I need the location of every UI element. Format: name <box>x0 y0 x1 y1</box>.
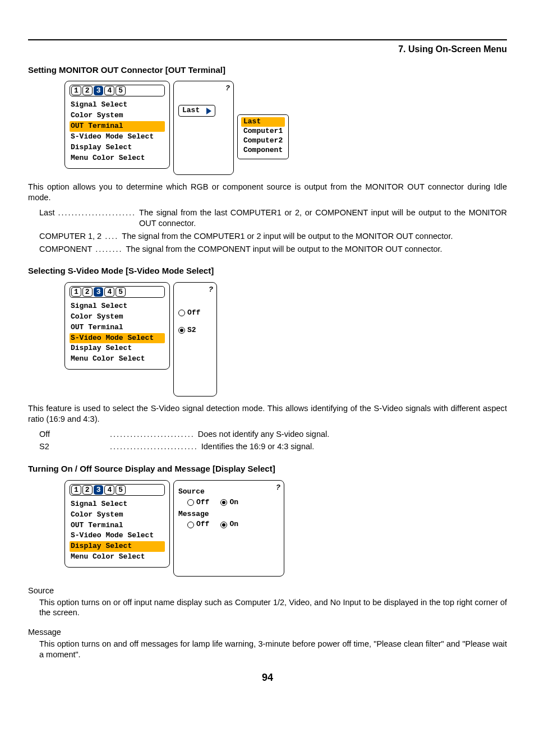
def-term: Last <box>39 208 58 218</box>
sub-desc: This option turns on and off messages fo… <box>39 639 507 660</box>
radio-icon <box>178 310 185 316</box>
def-val: Does not identify any S-video signal. <box>198 429 507 440</box>
osd-radio[interactable]: Off <box>187 520 209 529</box>
osd-tabs: 1 2 3 4 5 <box>70 85 165 96</box>
def-dots: ........ <box>95 244 126 255</box>
def-term: S2 <box>39 441 110 452</box>
osd-item[interactable]: OUT Terminal <box>70 520 165 531</box>
section-title-svideo: Selecting S-Video Mode [S-Video Mode Sel… <box>28 265 524 276</box>
section-title-display-select: Turning On / Off Source Display and Mess… <box>28 463 524 474</box>
osd-tab[interactable]: 2 <box>82 287 93 297</box>
osd-item[interactable]: Menu Color Select <box>70 354 165 365</box>
osd-radio[interactable]: S2 <box>178 326 212 335</box>
osd-tab[interactable]: 1 <box>71 287 81 297</box>
help-icon[interactable]: ? <box>276 483 280 492</box>
triangle-right-icon <box>206 108 211 114</box>
osd-tab[interactable]: 2 <box>82 485 93 495</box>
help-icon[interactable]: ? <box>209 285 213 294</box>
osd-tab[interactable]: 4 <box>104 86 114 95</box>
osd-item[interactable]: S-Video Mode Select <box>70 333 165 344</box>
osd-item[interactable]: Display Select <box>70 343 165 354</box>
osd-tab[interactable]: 1 <box>71 485 81 495</box>
help-icon[interactable]: ? <box>225 84 230 93</box>
def-val: The signal from the last COMPUTER1 or 2,… <box>139 208 507 229</box>
sub-desc: This option turns on or off input name d… <box>39 597 507 619</box>
radio-label: On <box>229 520 238 529</box>
osd-item[interactable]: OUT Terminal <box>70 121 165 132</box>
sub-heading: Message <box>28 627 524 638</box>
radio-label: Off <box>187 308 200 318</box>
def-val: The signal from the COMPONENT input will… <box>126 244 507 255</box>
osd-option[interactable]: Last <box>241 117 285 127</box>
radio-label: Off <box>196 498 209 508</box>
section-intro: This option allows you to determine whic… <box>28 182 507 203</box>
osd-value-field[interactable]: Last <box>178 105 215 117</box>
osd-item[interactable]: Color System <box>70 110 165 121</box>
osd-radio[interactable]: Off <box>187 498 209 508</box>
osd-tabs: 1 2 3 4 5 <box>70 484 165 496</box>
def-term: Off <box>39 429 110 440</box>
osd-tab[interactable]: 3 <box>94 86 104 95</box>
section-title-out-terminal: Setting MONITOR OUT Connector [OUT Termi… <box>28 64 524 76</box>
osd-tab[interactable]: 2 <box>82 86 93 95</box>
osd-tabs: 1 2 3 4 5 <box>70 286 165 298</box>
osd-group-title: Message <box>178 509 279 519</box>
osd-tab[interactable]: 5 <box>116 485 126 495</box>
osd-item[interactable]: Signal Select <box>70 499 165 510</box>
osd-item[interactable]: S-Video Mode Select <box>70 531 165 541</box>
osd-item[interactable]: Menu Color Select <box>70 153 165 164</box>
radio-label: S2 <box>187 326 196 335</box>
osd-tab[interactable]: 5 <box>116 287 126 297</box>
osd-item[interactable]: OUT Terminal <box>70 322 165 333</box>
header-rule <box>28 39 507 40</box>
osd-item[interactable]: Display Select <box>70 142 165 153</box>
osd-group-title: Source <box>178 486 279 497</box>
osd-item[interactable]: S-Video Mode Select <box>70 132 165 142</box>
osd-screenshot-out-terminal: 1 2 3 4 5 Signal Select Color System OUT… <box>64 81 524 175</box>
osd-item[interactable]: Menu Color Select <box>70 552 165 563</box>
osd-option[interactable]: Computer1 <box>241 127 285 136</box>
osd-screenshot-svideo: 1 2 3 4 5 Signal Select Color System OUT… <box>64 282 524 397</box>
radio-icon <box>187 499 194 506</box>
osd-item[interactable]: Display Select <box>70 541 165 552</box>
page-number: 94 <box>11 671 524 684</box>
radio-icon <box>178 327 185 334</box>
osd-item[interactable]: Signal Select <box>70 100 165 110</box>
osd-radio[interactable]: On <box>220 498 238 508</box>
osd-tab[interactable]: 4 <box>104 287 114 297</box>
radio-icon <box>187 522 194 528</box>
def-val: Identifies the 16:9 or 4:3 signal. <box>201 441 507 452</box>
def-dots: ......................... <box>110 429 198 440</box>
radio-icon <box>220 522 227 528</box>
osd-tab[interactable]: 4 <box>104 485 114 495</box>
osd-tab[interactable]: 3 <box>94 485 104 495</box>
osd-tab[interactable]: 5 <box>116 86 126 95</box>
osd-radio[interactable]: On <box>220 520 238 529</box>
osd-item[interactable]: Color System <box>70 510 165 520</box>
osd-option[interactable]: Computer2 <box>241 136 285 146</box>
radio-label: Off <box>196 520 209 529</box>
osd-tab[interactable]: 1 <box>71 86 81 95</box>
def-term: COMPONENT <box>39 244 95 255</box>
osd-screenshot-display-select: 1 2 3 4 5 Signal Select Color System OUT… <box>64 480 524 577</box>
def-dots: ....................... <box>58 208 139 218</box>
osd-value-text: Last <box>182 106 200 116</box>
radio-icon <box>220 499 227 506</box>
osd-option-popup: Last Computer1 Computer2 Component <box>237 114 289 159</box>
osd-radio[interactable]: Off <box>178 308 212 318</box>
osd-item[interactable]: Color System <box>70 312 165 322</box>
def-term: COMPUTER 1, 2 <box>39 231 105 242</box>
osd-item[interactable]: Signal Select <box>70 301 165 312</box>
osd-tab[interactable]: 3 <box>94 287 104 297</box>
def-dots: .......................... <box>110 441 201 452</box>
sub-heading: Source <box>28 586 524 596</box>
def-val: The signal from the COMPUTER1 or 2 input… <box>122 231 507 242</box>
def-dots: .... <box>105 231 122 242</box>
osd-option[interactable]: Component <box>241 146 285 155</box>
section-intro: This feature is used to select the S-Vid… <box>28 403 507 425</box>
chapter-heading: 7. Using On-Screen Menu <box>11 44 507 56</box>
radio-label: On <box>229 498 238 508</box>
